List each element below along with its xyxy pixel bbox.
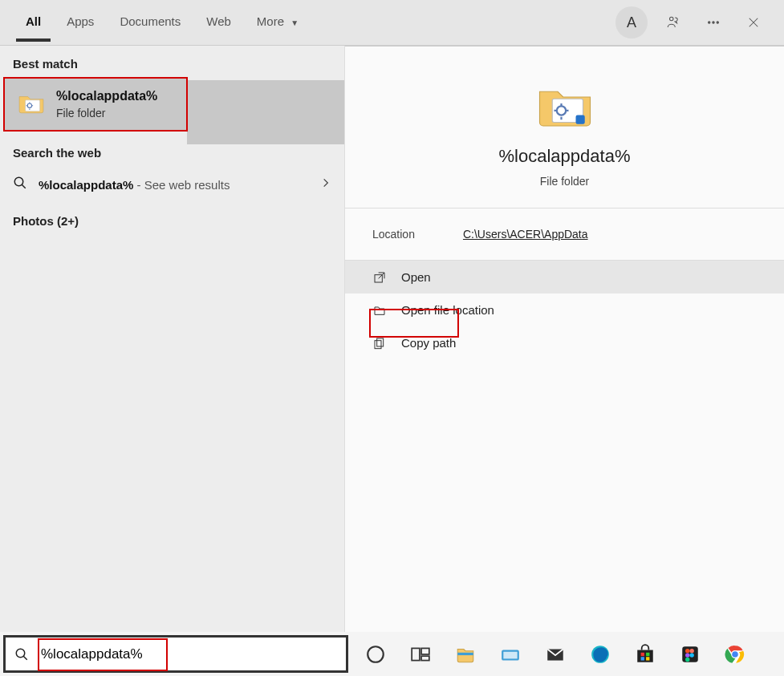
location-label: Location (372, 228, 415, 241)
action-open[interactable]: Open (345, 261, 784, 293)
tab-group: All Apps Documents Web More ▼ (8, 3, 308, 42)
chrome-icon[interactable] (719, 638, 751, 670)
user-avatar[interactable]: A (615, 6, 648, 38)
svg-rect-25 (646, 652, 649, 655)
preview-header: %localappdata% File folder (345, 47, 784, 208)
svg-point-0 (670, 17, 674, 21)
preview-title: %localappdata% (499, 146, 631, 167)
svg-rect-16 (421, 648, 429, 654)
svg-point-3 (717, 22, 718, 23)
svg-point-6 (14, 177, 23, 186)
feedback-icon[interactable] (659, 8, 688, 37)
svg-rect-17 (421, 656, 429, 660)
location-path[interactable]: C:\Users\ACER\AppData (463, 228, 588, 241)
chevron-down-icon: ▼ (290, 18, 299, 27)
results-pane: Best match %localappdata% File folder Se… (0, 46, 345, 632)
action-copy-path-label: Copy path (401, 336, 456, 350)
tab-more[interactable]: More ▼ (247, 3, 308, 42)
open-icon (372, 271, 387, 284)
search-box[interactable] (3, 635, 348, 673)
action-open-location-label: Open file location (401, 303, 494, 317)
best-match-title: %localappdata% (56, 89, 157, 103)
search-tabs: All Apps Documents Web More ▼ A (0, 0, 784, 46)
action-copy-path[interactable]: Copy path (345, 326, 784, 359)
more-options-icon[interactable] (699, 8, 728, 37)
svg-rect-9 (575, 115, 584, 124)
svg-point-29 (685, 648, 689, 652)
folder-icon (18, 91, 45, 118)
on-screen-keyboard-icon[interactable] (494, 638, 526, 670)
best-match-selection-bg (187, 80, 344, 144)
ms-store-icon[interactable] (629, 638, 661, 670)
tabbar-actions: A (615, 6, 776, 38)
svg-point-32 (689, 653, 693, 657)
chevron-right-icon (320, 177, 331, 192)
mail-icon[interactable] (539, 638, 571, 670)
edge-icon[interactable] (584, 638, 616, 670)
best-match-text: %localappdata% File folder (56, 89, 157, 119)
svg-rect-18 (457, 652, 473, 654)
best-match-subtitle: File folder (56, 107, 157, 119)
taskbar-icons (351, 638, 751, 670)
svg-point-14 (368, 646, 384, 662)
svg-point-33 (685, 657, 689, 661)
close-icon[interactable] (739, 8, 768, 37)
location-row: Location C:\Users\ACER\AppData (345, 208, 784, 261)
web-result-text: %localappdata% - See web results (39, 178, 230, 192)
svg-point-1 (709, 22, 710, 23)
svg-point-31 (685, 653, 689, 657)
action-open-label: Open (401, 270, 431, 284)
svg-rect-23 (637, 650, 653, 662)
task-view-icon[interactable] (404, 638, 437, 670)
preview-subtitle: File folder (540, 175, 589, 188)
svg-point-30 (689, 648, 693, 652)
svg-rect-20 (503, 651, 517, 658)
file-explorer-icon[interactable] (449, 638, 481, 670)
tab-apps[interactable]: Apps (57, 3, 104, 42)
web-result-term: %localappdata% (39, 178, 133, 192)
taskbar (0, 632, 784, 676)
svg-rect-27 (646, 657, 649, 660)
web-result[interactable]: %localappdata% - See web results (0, 166, 344, 203)
svg-rect-15 (412, 648, 420, 660)
tab-web[interactable]: Web (197, 3, 241, 42)
svg-point-2 (713, 22, 714, 23)
best-match-result[interactable]: %localappdata% File folder (3, 77, 188, 132)
folder-open-icon (372, 304, 387, 317)
web-result-suffix: - See web results (133, 178, 230, 192)
search-icon (6, 647, 38, 662)
svg-rect-24 (641, 652, 644, 655)
tab-documents[interactable]: Documents (110, 3, 190, 42)
svg-rect-12 (375, 340, 381, 348)
action-open-file-location[interactable]: Open file location (345, 293, 784, 326)
svg-point-13 (16, 649, 25, 658)
best-match-header: Best match (0, 46, 344, 77)
preview-pane: %localappdata% File folder Location C:\U… (345, 46, 784, 632)
copy-icon (372, 337, 387, 350)
figma-icon[interactable] (674, 638, 706, 670)
svg-rect-11 (377, 338, 384, 346)
folder-icon (536, 79, 594, 133)
photos-section[interactable]: Photos (2+) (0, 203, 344, 239)
search-input[interactable] (38, 638, 346, 670)
tab-all[interactable]: All (16, 3, 51, 42)
cortana-icon[interactable] (360, 638, 392, 670)
tab-more-label: More (257, 14, 284, 28)
search-icon (13, 176, 27, 193)
action-list: Open Open file location Copy path (345, 261, 784, 359)
svg-rect-26 (641, 657, 644, 660)
